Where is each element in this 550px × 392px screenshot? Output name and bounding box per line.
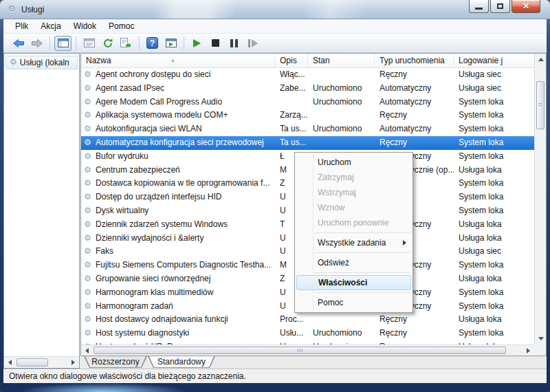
tree-item-uslugi-lokalne[interactable]: ⚙ Usługi (lokaln [6,56,78,69]
submenu-arrow-icon [403,240,406,246]
cell-name: Faks [96,245,274,259]
pause-icon [230,39,238,47]
sort-ascending-icon [170,54,175,67]
pause-service-button[interactable] [226,36,243,51]
services-window: ⚙ Usługi Plik Akcja Widok Pomoc [0,0,550,392]
cell-name: Automatyczna konfiguracja sieci przewodo… [96,136,274,150]
cell-name: Bufor wydruku [96,150,274,164]
service-gear-icon: ⚙ [84,150,91,164]
menu-item-label: Właściwości [318,278,367,287]
titlebar[interactable]: ⚙ Usługi [0,0,550,19]
service-row[interactable]: ⚙Automatyczna konfiguracja sieci przewod… [81,136,534,150]
scroll-thumb[interactable] [536,81,544,129]
service-row[interactable]: ⚙Host dostawcy odnajdowania funkcjiProc.… [81,313,534,327]
scroll-down-arrow[interactable] [535,333,547,345]
stop-service-button[interactable] [207,36,224,51]
service-row[interactable]: ⚙Host systemu diagnostykiUsłu...Uruchomi… [81,327,534,340]
minimize-button[interactable] [469,0,489,13]
close-icon [522,1,529,11]
help-button[interactable]: ? [144,36,161,51]
cell-typ: Ręczny [380,136,454,150]
column-header-nazwa[interactable]: Nazwa [81,54,275,68]
cell-typ: Automatyczny [380,82,454,96]
service-gear-icon: ⚙ [84,204,91,218]
context-menu-item-od-wie[interactable]: Odśwież [295,255,412,270]
service-row[interactable]: ⚙Agent ochrony dostępu do sieciWłąc...Rę… [81,68,534,82]
menu-separator [315,272,410,273]
cell-stan: Uruchomiono [313,82,375,96]
scroll-thumb[interactable] [16,358,48,367]
menu-separator [315,232,410,233]
cell-log: System loka [459,327,534,340]
menu-pomoc[interactable]: Pomoc [102,20,140,32]
toolbar-separator [76,36,76,50]
column-header-opis[interactable]: Opis [275,54,308,68]
scroll-thumb[interactable] [94,347,506,354]
start-service-button[interactable] [188,36,206,51]
menu-plik[interactable]: Plik [9,20,34,32]
refresh-button[interactable] [99,36,116,51]
service-gear-icon: ⚙ [84,82,91,96]
cell-stan [313,313,375,327]
scroll-left-arrow[interactable] [4,357,16,367]
status-text: Otwiera okno dialogowe właściwości dla b… [9,371,246,381]
restart-service-button[interactable] [244,36,261,51]
cell-stan: Uruchomiono [313,96,375,109]
context-menu-item-wstrzymaj: Wstrzymaj [295,185,412,200]
cell-name: Harmonogram klas multimediów [96,286,274,300]
close-button[interactable] [512,0,540,13]
back-button[interactable] [10,36,27,51]
show-console-tree-button[interactable] [54,36,72,51]
column-header-typ-uruchomienia[interactable]: Typ uruchomienia [375,54,454,68]
context-menu-item-wszystkie-zadania[interactable]: Wszystkie zadania [295,235,412,250]
stop-icon [212,39,219,47]
column-header-stan[interactable]: Stan [308,54,375,68]
cell-stan [313,109,375,122]
cell-log: System loka [459,109,534,122]
scroll-up-arrow[interactable] [535,54,547,65]
forward-arrow-icon [31,39,43,48]
menu-akcja[interactable]: Akcja [34,20,67,32]
context-menu-item-uruchom[interactable]: Uruchom [295,155,412,170]
tab-standardowy[interactable]: Standardowy [148,356,215,368]
service-gear-icon: ⚙ [84,177,91,190]
column-header-logowanie[interactable]: Logowanie j [454,54,534,68]
scrollbar-corner [534,345,546,356]
tab-rozszerzony[interactable]: Rozszerzony [84,356,147,368]
service-row[interactable]: ⚙Aplikacja systemowa modelu COM+Zarzą...… [81,109,534,122]
context-menu-item-w-a-ciwo-ci[interactable]: Właściwości [296,275,411,290]
cell-stan: Uruchomiono [313,327,375,340]
cell-opis: Proc... [280,313,308,327]
menu-widok[interactable]: Widok [67,20,102,32]
service-gear-icon: ⚙ [84,300,91,314]
service-gear-icon: ⚙ [84,109,91,122]
restore-button[interactable] [490,0,510,13]
cell-stan [313,136,375,150]
scroll-right-arrow[interactable] [67,357,79,367]
scroll-left-arrow[interactable] [81,345,93,356]
cell-name: Autokonfiguracja sieci WLAN [96,122,274,136]
content-area: ⚙ Usługi (lokaln Nazwa Opis Stan Typ uru… [3,53,547,383]
cell-log: Usługa siec [459,82,534,96]
cell-log: System loka [459,122,534,136]
service-gear-icon: ⚙ [84,122,91,136]
cell-log: System loka [459,150,534,164]
service-row[interactable]: ⚙Agere Modem Call Progress AudioUruchomi… [81,96,534,109]
cell-log: System loka [459,286,534,300]
tab-label: Standardowy [148,356,214,367]
start-icon [193,39,201,47]
show-extended-view-button[interactable] [162,36,179,51]
export-list-button[interactable] [118,36,135,51]
context-menu-item-pomoc[interactable]: Pomoc [295,295,412,310]
cell-name: Host systemu diagnostyki [96,327,274,340]
services-gear-icon: ⚙ [10,56,17,69]
scroll-right-arrow[interactable] [522,345,534,356]
service-row[interactable]: ⚙Autokonfiguracja sieci WLANTa us...Uruc… [81,122,534,136]
properties-button[interactable] [80,36,98,51]
forward-button[interactable] [28,36,45,51]
service-gear-icon: ⚙ [84,313,91,327]
context-menu: UruchomZatrzymajWstrzymajWznówUruchom po… [294,152,413,313]
service-row[interactable]: ⚙Agent zasad IPsecZabe...UruchomionoAuto… [81,82,534,96]
toolbar-separator [50,36,50,50]
cell-typ: Ręczny [380,327,454,340]
